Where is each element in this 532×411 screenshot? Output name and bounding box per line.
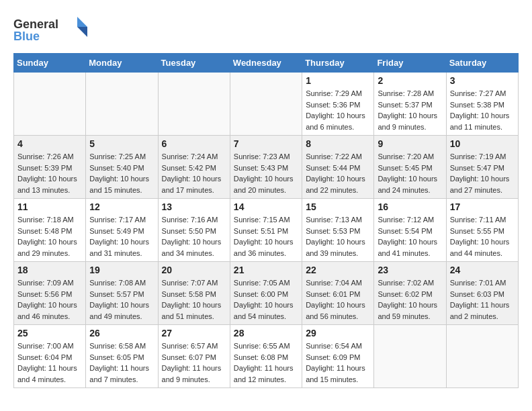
- calendar-cell: [374, 325, 446, 388]
- day-number: 6: [162, 138, 226, 149]
- day-info: Sunrise: 7:29 AM Sunset: 5:36 PM Dayligh…: [306, 88, 370, 132]
- weekday-header: Friday: [374, 54, 446, 73]
- day-info: Sunrise: 6:57 AM Sunset: 6:07 PM Dayligh…: [162, 340, 226, 385]
- calendar-cell: 14Sunrise: 7:15 AM Sunset: 5:51 PM Dayli…: [230, 199, 302, 262]
- day-info: Sunrise: 6:58 AM Sunset: 6:05 PM Dayligh…: [89, 340, 154, 385]
- day-info: Sunrise: 7:02 AM Sunset: 6:02 PM Dayligh…: [378, 277, 442, 322]
- day-info: Sunrise: 7:28 AM Sunset: 5:37 PM Dayligh…: [378, 88, 442, 132]
- calendar-cell: 11Sunrise: 7:18 AM Sunset: 5:48 PM Dayli…: [14, 199, 86, 262]
- svg-text:General: General: [13, 17, 58, 31]
- weekday-header: Sunday: [14, 54, 86, 73]
- day-info: Sunrise: 7:18 AM Sunset: 5:48 PM Dayligh…: [17, 214, 82, 259]
- day-info: Sunrise: 7:09 AM Sunset: 5:56 PM Dayligh…: [17, 277, 82, 322]
- day-info: Sunrise: 7:20 AM Sunset: 5:45 PM Dayligh…: [378, 151, 442, 195]
- calendar-cell: 17Sunrise: 7:11 AM Sunset: 5:55 PM Dayli…: [446, 199, 518, 262]
- day-number: 21: [234, 265, 298, 275]
- day-info: Sunrise: 7:11 AM Sunset: 5:55 PM Dayligh…: [450, 214, 515, 259]
- day-number: 16: [378, 201, 442, 212]
- day-number: 26: [89, 328, 154, 338]
- day-number: 1: [306, 75, 370, 86]
- day-number: 14: [234, 201, 298, 212]
- day-info: Sunrise: 7:24 AM Sunset: 5:42 PM Dayligh…: [162, 151, 226, 195]
- day-number: 4: [17, 138, 82, 149]
- day-number: 10: [450, 138, 515, 149]
- day-number: 9: [378, 138, 442, 149]
- day-info: Sunrise: 7:23 AM Sunset: 5:43 PM Dayligh…: [234, 151, 298, 195]
- day-number: 3: [450, 75, 515, 86]
- day-info: Sunrise: 7:00 AM Sunset: 6:04 PM Dayligh…: [17, 340, 82, 385]
- weekday-header: Thursday: [302, 54, 374, 73]
- day-info: Sunrise: 7:25 AM Sunset: 5:40 PM Dayligh…: [89, 151, 154, 195]
- calendar-cell: 13Sunrise: 7:16 AM Sunset: 5:50 PM Dayli…: [158, 199, 230, 262]
- day-info: Sunrise: 7:08 AM Sunset: 5:57 PM Dayligh…: [89, 277, 154, 322]
- calendar-cell: [158, 73, 230, 136]
- day-number: 29: [306, 328, 370, 338]
- calendar-cell: 4Sunrise: 7:26 AM Sunset: 5:39 PM Daylig…: [14, 136, 86, 199]
- day-info: Sunrise: 7:26 AM Sunset: 5:39 PM Dayligh…: [17, 151, 82, 195]
- calendar-cell: 7Sunrise: 7:23 AM Sunset: 5:43 PM Daylig…: [230, 136, 302, 199]
- calendar-cell: [230, 73, 302, 136]
- day-info: Sunrise: 7:07 AM Sunset: 5:58 PM Dayligh…: [162, 277, 226, 322]
- calendar-cell: 3Sunrise: 7:27 AM Sunset: 5:38 PM Daylig…: [446, 73, 518, 136]
- day-number: 12: [89, 201, 154, 212]
- day-number: 25: [17, 328, 82, 338]
- calendar-cell: 10Sunrise: 7:19 AM Sunset: 5:47 PM Dayli…: [446, 136, 518, 199]
- day-number: 2: [378, 75, 442, 86]
- day-number: 19: [89, 265, 154, 275]
- calendar-cell: 16Sunrise: 7:12 AM Sunset: 5:54 PM Dayli…: [374, 199, 446, 262]
- calendar-cell: 9Sunrise: 7:20 AM Sunset: 5:45 PM Daylig…: [374, 136, 446, 199]
- calendar-cell: 24Sunrise: 7:01 AM Sunset: 6:03 PM Dayli…: [446, 262, 518, 325]
- svg-marker-3: [77, 27, 87, 37]
- day-info: Sunrise: 6:55 AM Sunset: 6:08 PM Dayligh…: [234, 340, 298, 385]
- day-info: Sunrise: 7:22 AM Sunset: 5:44 PM Dayligh…: [306, 151, 370, 195]
- weekday-header: Wednesday: [230, 54, 302, 73]
- calendar-cell: 27Sunrise: 6:57 AM Sunset: 6:07 PM Dayli…: [158, 325, 230, 388]
- day-info: Sunrise: 7:13 AM Sunset: 5:53 PM Dayligh…: [306, 214, 370, 259]
- calendar-cell: 29Sunrise: 6:54 AM Sunset: 6:09 PM Dayli…: [302, 325, 374, 388]
- calendar-header-row: SundayMondayTuesdayWednesdayThursdayFrid…: [14, 54, 519, 73]
- day-info: Sunrise: 7:16 AM Sunset: 5:50 PM Dayligh…: [162, 214, 226, 259]
- day-info: Sunrise: 7:15 AM Sunset: 5:51 PM Dayligh…: [234, 214, 298, 259]
- calendar-table: SundayMondayTuesdayWednesdayThursdayFrid…: [13, 53, 519, 388]
- calendar-cell: [14, 73, 86, 136]
- day-info: Sunrise: 7:12 AM Sunset: 5:54 PM Dayligh…: [378, 214, 442, 259]
- calendar-week-row: 18Sunrise: 7:09 AM Sunset: 5:56 PM Dayli…: [14, 262, 519, 325]
- calendar-cell: 8Sunrise: 7:22 AM Sunset: 5:44 PM Daylig…: [302, 136, 374, 199]
- day-info: Sunrise: 7:17 AM Sunset: 5:49 PM Dayligh…: [89, 214, 154, 259]
- day-number: 22: [306, 265, 370, 275]
- calendar-cell: 26Sunrise: 6:58 AM Sunset: 6:05 PM Dayli…: [86, 325, 158, 388]
- day-number: 7: [234, 138, 298, 149]
- day-number: 13: [162, 201, 226, 212]
- day-info: Sunrise: 7:05 AM Sunset: 6:00 PM Dayligh…: [234, 277, 298, 322]
- svg-text:Blue: Blue: [13, 30, 40, 43]
- calendar-cell: 2Sunrise: 7:28 AM Sunset: 5:37 PM Daylig…: [374, 73, 446, 136]
- day-number: 8: [306, 138, 370, 149]
- calendar-week-row: 11Sunrise: 7:18 AM Sunset: 5:48 PM Dayli…: [14, 199, 519, 262]
- day-info: Sunrise: 7:01 AM Sunset: 6:03 PM Dayligh…: [450, 277, 515, 322]
- calendar-cell: 20Sunrise: 7:07 AM Sunset: 5:58 PM Dayli…: [158, 262, 230, 325]
- calendar-cell: 28Sunrise: 6:55 AM Sunset: 6:08 PM Dayli…: [230, 325, 302, 388]
- calendar-week-row: 4Sunrise: 7:26 AM Sunset: 5:39 PM Daylig…: [14, 136, 519, 199]
- day-number: 27: [162, 328, 226, 338]
- day-number: 20: [162, 265, 226, 275]
- calendar-cell: 19Sunrise: 7:08 AM Sunset: 5:57 PM Dayli…: [86, 262, 158, 325]
- calendar-cell: [446, 325, 518, 388]
- weekday-header: Tuesday: [158, 54, 230, 73]
- calendar-week-row: 1Sunrise: 7:29 AM Sunset: 5:36 PM Daylig…: [14, 73, 519, 136]
- header: General Blue: [13, 13, 519, 46]
- logo: General Blue: [13, 13, 87, 46]
- calendar-cell: 18Sunrise: 7:09 AM Sunset: 5:56 PM Dayli…: [14, 262, 86, 325]
- weekday-header: Monday: [86, 54, 158, 73]
- day-number: 24: [450, 265, 515, 275]
- calendar-cell: 15Sunrise: 7:13 AM Sunset: 5:53 PM Dayli…: [302, 199, 374, 262]
- day-info: Sunrise: 7:04 AM Sunset: 6:01 PM Dayligh…: [306, 277, 370, 322]
- calendar-cell: 23Sunrise: 7:02 AM Sunset: 6:02 PM Dayli…: [374, 262, 446, 325]
- svg-marker-2: [77, 17, 87, 27]
- calendar-week-row: 25Sunrise: 7:00 AM Sunset: 6:04 PM Dayli…: [14, 325, 519, 388]
- calendar-cell: 22Sunrise: 7:04 AM Sunset: 6:01 PM Dayli…: [302, 262, 374, 325]
- day-number: 23: [378, 265, 442, 275]
- day-number: 17: [450, 201, 515, 212]
- calendar-cell: 6Sunrise: 7:24 AM Sunset: 5:42 PM Daylig…: [158, 136, 230, 199]
- day-number: 28: [234, 328, 298, 338]
- calendar-cell: [86, 73, 158, 136]
